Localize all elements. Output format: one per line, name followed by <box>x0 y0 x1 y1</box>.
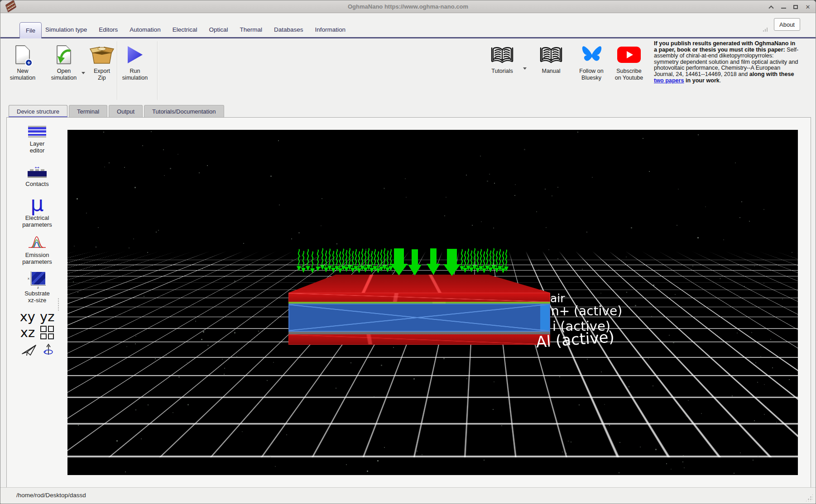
substrate-thumbnail-icon[interactable]: x z <box>28 271 47 288</box>
button-label: Subscribeon Youtube <box>615 68 643 81</box>
close-icon[interactable]: ✕ <box>805 4 811 10</box>
tab-label: Tutorials/Documentation <box>152 108 216 115</box>
export-zip-button[interactable]: ExportZip <box>87 44 117 81</box>
button-label: Tutorials <box>491 68 513 75</box>
sidebar-item-contacts[interactable]: ↔ <box>28 164 47 178</box>
layer-bottom-red <box>288 334 550 345</box>
menu-item-file[interactable]: File <box>19 22 42 38</box>
window-controls: ✕ <box>768 0 811 13</box>
width-arrow-icon: ↔ <box>34 164 41 169</box>
layer-top-red <box>288 293 550 302</box>
viewport-3d[interactable]: air n+ (active) i (active) Al (active) <box>67 130 798 475</box>
axis-x-label: x <box>28 276 29 281</box>
book-icon <box>490 44 514 66</box>
sidebar-item-layer-editor[interactable]: Layereditor <box>30 140 45 154</box>
menu-items: Simulation type Editors Automation Elect… <box>39 22 351 37</box>
manual-button[interactable]: Manual <box>536 44 566 75</box>
citation-bold: If you publish results generated with Og… <box>654 40 795 53</box>
view-yz-button[interactable]: yz <box>40 310 54 323</box>
app-window: OghmaNano https://www.oghma-nano.com ✕ F… <box>0 0 816 504</box>
view-tab-bar: Device structure Terminal Output Tutoria… <box>0 104 816 117</box>
sidebar-splitter-handle[interactable] <box>58 298 59 311</box>
button-label: Newsimulation <box>10 68 35 81</box>
view-xy-button[interactable]: xy <box>20 310 35 323</box>
sidebar-item-substrate-xz-size[interactable]: Substratexz-size <box>24 290 50 304</box>
citation-text: If you publish results generated with Og… <box>654 41 800 84</box>
toolbar-separator <box>117 41 117 100</box>
tab-device-structure[interactable]: Device structure <box>9 105 67 117</box>
open-simulation-button[interactable]: Opensimulation <box>49 44 79 81</box>
open-document-icon <box>57 44 71 66</box>
menu-item-information[interactable]: Information <box>309 26 352 33</box>
menu-item-electrical[interactable]: Electrical <box>167 26 203 33</box>
tab-label: Device structure <box>17 108 59 115</box>
tab-output[interactable]: Output <box>109 105 143 117</box>
window-title: OghmaNano https://www.oghma-nano.com <box>0 0 816 13</box>
sidebar-item-electrical-parameters[interactable]: Electricalparameters <box>22 214 52 228</box>
subscribe-youtube-button[interactable]: Subscribeon Youtube <box>612 44 646 81</box>
menu-item-optical[interactable]: Optical <box>203 26 234 33</box>
menu-item-editors[interactable]: Editors <box>93 26 124 33</box>
axis-z-label: z <box>37 285 39 290</box>
mu-symbol-icon[interactable]: μ <box>30 195 43 213</box>
contact-brick-icon <box>28 171 47 178</box>
button-label: Follow onBluesky <box>579 68 604 81</box>
device-layer-stack <box>288 293 550 345</box>
device-structure-panel: Layereditor ↔ Contacts μ Electricalparam… <box>6 117 811 488</box>
menu-bar: File Simulation type Editors Automation … <box>0 13 816 38</box>
tab-tutorials-documentation[interactable]: Tutorials/Documentation <box>144 105 224 117</box>
about-button-label: About <box>779 21 795 28</box>
shade-icon[interactable] <box>768 4 774 10</box>
button-label: Manual <box>542 68 561 75</box>
fly-scene-paper-plane-icon[interactable] <box>21 344 37 358</box>
citation-normal: . <box>720 77 721 84</box>
minimize-icon[interactable] <box>780 4 787 10</box>
citation-bold: along with these <box>749 71 794 77</box>
status-bar: /home/rod/Desktop/dassd <box>0 487 816 504</box>
new-simulation-button[interactable]: + Newsimulation <box>8 44 38 81</box>
toolbar: + Newsimulation Opensimulation <box>0 38 816 104</box>
tab-terminal[interactable]: Terminal <box>69 105 107 117</box>
sidebar-item-contacts-label[interactable]: Contacts <box>25 181 48 187</box>
toolbar-grip-icon <box>763 28 768 32</box>
citation-bold: in your work <box>684 77 719 84</box>
scene-label-n-plus-active: n+ (active) <box>551 304 622 319</box>
tab-label: Terminal <box>77 108 99 115</box>
rotate-scene-icon[interactable] <box>43 343 53 359</box>
scene-label-air: air <box>550 292 565 305</box>
bluesky-butterfly-icon <box>581 44 602 66</box>
menu-item-databases[interactable]: Databases <box>268 26 309 33</box>
title-bar: OghmaNano https://www.oghma-nano.com ✕ <box>0 0 816 13</box>
tab-label: Output <box>117 108 134 115</box>
four-view-grid-icon[interactable] <box>40 326 54 339</box>
sidebar-item-emission-parameters[interactable]: Emissionparameters <box>22 252 52 265</box>
maximize-icon[interactable] <box>792 4 799 10</box>
tutorials-button[interactable]: Tutorials <box>487 44 517 75</box>
tutorials-dropdown-icon[interactable] <box>523 67 527 70</box>
button-label: ExportZip <box>94 68 110 81</box>
follow-bluesky-button[interactable]: Follow onBluesky <box>576 44 606 81</box>
box-icon <box>89 44 115 66</box>
new-document-icon: + <box>15 44 30 66</box>
book-icon <box>539 44 563 66</box>
current-path: /home/rod/Desktop/dassd <box>16 488 86 504</box>
menu-item-label: File <box>26 27 35 34</box>
about-button[interactable]: About <box>774 18 800 31</box>
window-resize-grip[interactable] <box>805 494 813 501</box>
run-simulation-button[interactable]: Runsimulation <box>120 44 150 81</box>
button-label: Opensimulation <box>51 68 77 81</box>
open-dropdown-icon[interactable] <box>82 72 85 74</box>
view-xz-button[interactable]: xz <box>20 326 35 339</box>
citation-link[interactable]: two papers <box>654 77 684 84</box>
button-label: Runsimulation <box>122 68 148 81</box>
layer-i-active-blue <box>288 304 550 332</box>
menu-item-thermal[interactable]: Thermal <box>234 26 268 33</box>
menu-item-automation[interactable]: Automation <box>124 26 166 33</box>
toolbar-separator <box>157 41 158 100</box>
light-arrows <box>296 247 509 283</box>
play-icon <box>126 44 144 66</box>
menu-item-simulation-type[interactable]: Simulation type <box>39 26 93 33</box>
spectrum-peak-icon[interactable] <box>28 235 47 251</box>
youtube-icon <box>617 44 641 66</box>
layers-icon[interactable] <box>28 126 46 138</box>
